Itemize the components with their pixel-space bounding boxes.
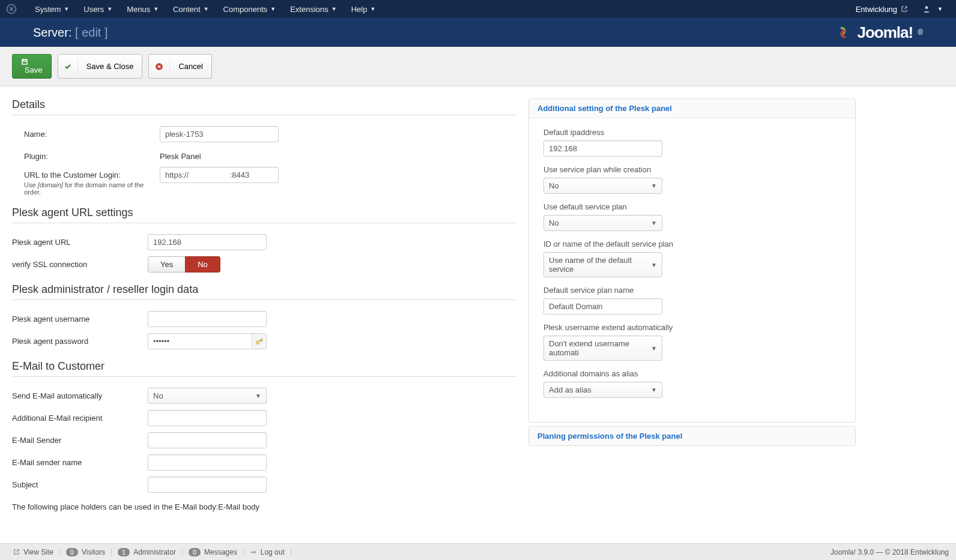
cancel-button[interactable]: Cancel	[148, 54, 211, 79]
status-footer: View Site 0Visitors 1Administrator 0Mess…	[0, 543, 956, 547]
use-default-plan-select[interactable]: No▼	[543, 215, 662, 231]
name-label: Name:	[24, 126, 160, 142]
agent-username-label: Plesk agent username	[12, 311, 148, 327]
send-auto-label: Send E-Mail automatically	[12, 388, 148, 404]
nav-site-link[interactable]: Entwicklung	[849, 5, 915, 14]
agent-password-input[interactable]	[148, 333, 267, 349]
add-recipient-input[interactable]	[148, 410, 267, 426]
url-login-label: URL to the Customer Login: Use [domain] …	[24, 167, 160, 196]
agent-url-label: Plesk agent URL	[12, 234, 148, 250]
svg-point-1	[925, 6, 928, 9]
accordion-header-additional[interactable]: Additional setting of the Plesk panel	[529, 99, 855, 118]
main-form: Details Name: Plugin: Plesk Panel URL to…	[12, 98, 516, 535]
nav-system[interactable]: System▼	[28, 0, 76, 18]
id-name-label: ID or name of the default service plan	[543, 239, 841, 248]
use-plan-label: Use service plan while creation	[543, 165, 841, 174]
email-sender-input[interactable]	[148, 432, 267, 448]
user-extend-label: Plesk username extend automatically	[543, 323, 841, 332]
svg-point-3	[256, 341, 259, 344]
subject-label: Subject	[12, 477, 148, 493]
ssl-yes-option[interactable]: Yes	[148, 256, 186, 272]
url-login-input[interactable]	[160, 167, 279, 183]
name-input[interactable]	[160, 126, 279, 142]
add-recipient-label: Additional E-Mail recipient	[12, 410, 148, 426]
section-plesk-login: Plesk administrator / reseller login dat…	[12, 283, 516, 300]
default-ip-label: Default ipaddress	[543, 128, 841, 137]
joomla-logo-icon	[834, 23, 852, 41]
save-close-button[interactable]: Save & Close	[58, 54, 143, 79]
id-name-select[interactable]: Use name of the default service▼	[543, 252, 662, 277]
email-sender-label: E-Mail Sender	[12, 432, 148, 448]
nav-user-menu[interactable]: ▼	[915, 5, 950, 13]
section-details: Details	[12, 98, 516, 115]
save-icon	[21, 58, 43, 65]
placeholders-note: The following place holders can be used …	[12, 499, 259, 511]
joomla-icon[interactable]	[6, 4, 17, 14]
password-reveal-icon[interactable]	[252, 334, 266, 349]
accordion-header-planing[interactable]: Planing permissions of the Plesk panel	[529, 427, 855, 445]
email-sender-name-input[interactable]	[148, 454, 267, 471]
sidebar: Additional setting of the Plesk panel De…	[528, 98, 856, 450]
add-domains-select[interactable]: Add as alias▼	[543, 382, 662, 398]
agent-username-input[interactable]	[148, 311, 267, 327]
nav-components[interactable]: Components▼	[216, 0, 283, 18]
ssl-no-option[interactable]: No	[185, 256, 220, 272]
page-header: Server: [ edit ] Joomla!®	[0, 18, 956, 47]
section-plesk-url: Plesk agent URL settings	[12, 206, 516, 223]
ssl-label: verify SSL connection	[12, 256, 148, 272]
use-plan-select[interactable]: No▼	[543, 178, 662, 194]
nav-users[interactable]: Users▼	[76, 0, 120, 18]
accordion-additional-settings: Additional setting of the Plesk panel De…	[528, 98, 856, 423]
use-default-plan-label: Use default service plan	[543, 202, 841, 211]
add-domains-label: Additional domains as alias	[543, 369, 841, 378]
nav-extensions[interactable]: Extensions▼	[283, 0, 344, 18]
default-plan-name-input[interactable]	[543, 298, 662, 315]
agent-url-input[interactable]	[148, 234, 267, 250]
default-plan-name-label: Default service plan name	[543, 286, 841, 295]
send-auto-select[interactable]: No▼	[148, 388, 267, 404]
cancel-icon	[149, 59, 170, 74]
check-icon	[58, 59, 78, 74]
nav-help[interactable]: Help▼	[344, 0, 383, 18]
accordion-planing-permissions: Planing permissions of the Plesk panel	[528, 426, 856, 446]
nav-menus[interactable]: Menus▼	[120, 0, 166, 18]
top-navbar: System▼ Users▼ Menus▼ Content▼ Component…	[0, 0, 956, 18]
external-link-icon	[901, 5, 908, 13]
ssl-toggle: Yes No	[148, 256, 220, 272]
user-icon	[922, 5, 931, 13]
nav-content[interactable]: Content▼	[166, 0, 216, 18]
plugin-label: Plugin:	[24, 148, 160, 161]
email-sender-name-label: E-Mail sender name	[12, 454, 148, 471]
subject-input[interactable]	[148, 477, 267, 493]
plugin-value: Plesk Panel	[160, 148, 201, 161]
agent-password-label: Plesk agent password	[12, 333, 148, 349]
user-extend-select[interactable]: Don't extend username automati▼	[543, 336, 662, 361]
default-ip-input[interactable]	[543, 140, 662, 157]
page-title: Server: [ edit ]	[33, 26, 108, 40]
save-button[interactable]: Save	[12, 54, 52, 79]
action-toolbar: Save Save & Close Cancel	[0, 47, 956, 86]
joomla-logo: Joomla!®	[834, 23, 923, 42]
section-email: E-Mail to Customer	[12, 360, 516, 377]
